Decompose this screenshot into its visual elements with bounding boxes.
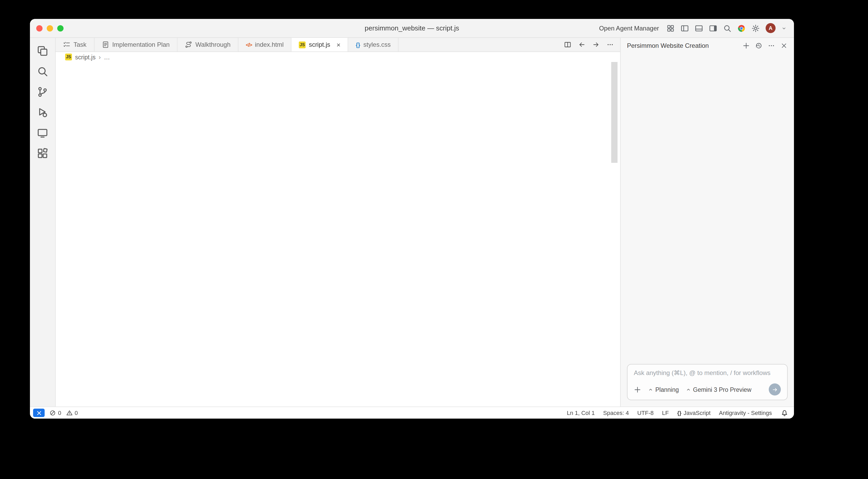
error-icon [49,410,56,416]
extensions-icon[interactable] [37,148,48,159]
traffic-lights [36,25,64,31]
tab-implementation-plan[interactable]: Implementation Plan [94,38,178,52]
run-debug-icon[interactable] [37,107,48,118]
tab-strip: TaskImplementation PlanWalkthrough</>ind… [56,38,399,52]
agent-input-area: Ask anything (⌘L), @ to mention, / for w… [621,364,794,407]
error-count: 0 [58,410,61,416]
tab-index-html[interactable]: </>index.html [239,38,291,52]
language-label: JavaScript [684,410,711,416]
js-icon: JS [65,54,72,60]
chat-input-footer: Planning Gemini 3 Pro Preview [634,383,781,395]
send-button[interactable] [769,383,781,395]
cursor-position[interactable]: Ln 1, Col 1 [567,410,595,416]
status-bar: 0 0 Ln 1, Col 1 Spaces: 4 UTF-8 LF {} Ja… [30,407,794,419]
language-mode[interactable]: {} JavaScript [677,410,710,416]
breadcrumb-file[interactable]: script.js [75,54,96,60]
problems-errors[interactable]: 0 [49,410,61,416]
search-icon[interactable] [37,66,48,77]
close-window-button[interactable] [36,25,42,31]
more-actions-icon[interactable] [607,41,614,48]
navigate-forward-icon[interactable] [592,41,600,48]
task-icon [63,41,70,48]
model-selector[interactable]: Gemini 3 Pro Preview [686,386,751,393]
agent-panel-title: Persimmon Website Creation [627,42,737,49]
problems-warnings[interactable]: 0 [66,410,78,416]
add-attachment-icon[interactable] [634,386,641,393]
warning-count: 0 [74,410,78,416]
main-area: TaskImplementation PlanWalkthrough</>ind… [30,38,794,407]
titlebar: persimmon_website — script.js Open Agent… [30,19,794,38]
breadcrumb-separator: › [99,54,101,60]
close-tab-icon[interactable]: × [337,41,341,48]
titlebar-actions: Open Agent Manager A [599,23,794,33]
breadcrumb-more[interactable]: … [104,54,110,60]
js-icon: JS [299,41,306,48]
minimize-window-button[interactable] [47,25,53,31]
open-agent-manager-button[interactable]: Open Agent Manager [599,24,659,32]
explorer-icon[interactable] [37,45,48,57]
toggle-right-panel-icon[interactable] [709,24,717,32]
tab-label: script.js [309,41,330,48]
avatar[interactable]: A [766,23,776,33]
editor-actions [564,38,620,52]
chevron-up-icon [686,387,691,392]
desktop: persimmon_website — script.js Open Agent… [0,0,868,479]
mode-selector[interactable]: Planning [648,386,679,393]
walkthrough-icon [185,41,192,48]
tab-script-js[interactable]: JSscript.js× [291,38,348,52]
warning-icon [66,410,72,416]
chat-input[interactable]: Ask anything (⌘L), @ to mention, / for w… [627,364,788,400]
plan-icon [102,41,109,48]
close-panel-icon[interactable] [780,42,788,49]
apps-grid-icon[interactable] [666,24,675,32]
tab-task[interactable]: Task [56,38,94,52]
chrome-icon[interactable] [737,24,746,32]
html-icon: </> [246,42,252,48]
preview-window-icon[interactable] [37,127,48,139]
app-window: persimmon_website — script.js Open Agent… [30,19,794,419]
status-right: Ln 1, Col 1 Spaces: 4 UTF-8 LF {} JavaSc… [567,409,789,417]
toggle-bottom-panel-icon[interactable] [695,24,703,32]
chevron-down-icon[interactable] [781,26,786,31]
tab-bar: TaskImplementation PlanWalkthrough</>ind… [56,38,620,52]
agent-panel-header: Persimmon Website Creation [621,38,794,54]
chevron-up-icon [648,387,653,392]
tab-label: styles.css [363,41,391,48]
eol[interactable]: LF [662,410,669,416]
activity-bar [30,38,56,407]
editor-group: TaskImplementation PlanWalkthrough</>ind… [56,38,620,407]
braces-icon: {} [677,410,681,416]
code-editor[interactable] [56,62,620,407]
agent-cards [621,54,794,364]
new-conversation-icon[interactable] [743,42,750,49]
navigate-back-icon[interactable] [578,41,586,48]
settings-gear-icon[interactable] [751,24,760,32]
mode-label: Planning [655,386,679,393]
indentation[interactable]: Spaces: 4 [603,410,629,416]
css-icon: {} [356,41,360,48]
chat-input-placeholder: Ask anything (⌘L), @ to mention, / for w… [634,369,781,377]
tab-styles-css[interactable]: {}styles.css [348,38,399,52]
encoding[interactable]: UTF-8 [637,410,653,416]
zoom-window-button[interactable] [57,25,64,31]
tab-label: Task [73,41,86,48]
more-options-icon[interactable] [768,42,775,49]
agent-manager-panel: Persimmon Website Creation Ask anything … [620,38,794,407]
search-icon[interactable] [723,24,732,32]
send-arrow-icon [772,386,778,393]
antigravity-status-button[interactable] [33,409,44,417]
history-icon[interactable] [755,42,763,49]
notifications-bell-icon[interactable] [780,409,789,417]
tab-label: index.html [255,41,284,48]
antigravity-logo-icon [36,410,42,416]
toggle-left-panel-icon[interactable] [681,24,689,32]
antigravity-settings[interactable]: Antigravity - Settings [719,410,772,416]
status-left: 0 0 [33,409,78,417]
tab-walkthrough[interactable]: Walkthrough [178,38,239,52]
breadcrumb[interactable]: JS script.js › … [56,52,620,62]
editor-scrollbar[interactable] [611,62,618,163]
split-editor-icon[interactable] [564,41,571,48]
tab-label: Implementation Plan [112,41,169,48]
source-control-icon[interactable] [37,86,48,98]
tab-label: Walkthrough [195,41,230,48]
